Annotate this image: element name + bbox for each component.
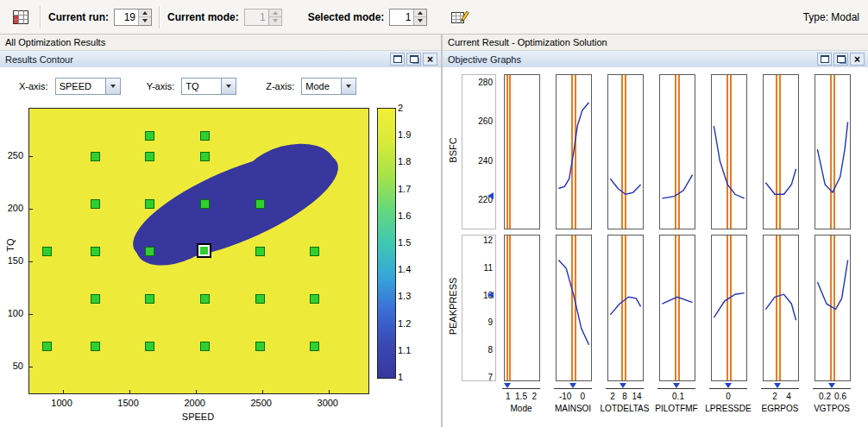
slider-marker[interactable]: [673, 383, 680, 388]
free-variable-slider[interactable]: [761, 388, 799, 389]
accept-solution-icon[interactable]: [448, 5, 472, 29]
objective-curve: [764, 235, 798, 380]
run-marker[interactable]: [310, 342, 319, 351]
window-glyph: [393, 55, 402, 63]
variable-name-label: LPRESSDE: [702, 404, 754, 413]
x-tick-mark: [329, 390, 330, 393]
objective-curve: [815, 75, 850, 229]
free-variable-slider[interactable]: [554, 388, 592, 389]
run-marker[interactable]: [255, 342, 265, 351]
x-tick-label: 0.1: [672, 392, 684, 401]
y-axis-title: TQ: [5, 235, 16, 254]
undock-icon[interactable]: [406, 53, 421, 66]
run-marker[interactable]: [91, 247, 100, 256]
free-variable-slider[interactable]: [606, 388, 644, 389]
x-tick-label: 1500: [117, 398, 138, 408]
free-variable-slider[interactable]: [709, 388, 747, 389]
run-marker[interactable]: [200, 294, 210, 304]
objective-curve: [764, 75, 798, 229]
selected-mode-value[interactable]: 1: [390, 9, 413, 25]
selected-mode-spinner[interactable]: 1: [389, 9, 427, 26]
run-marker[interactable]: [42, 247, 52, 256]
colorbar-tick-label: 1.1: [398, 345, 411, 355]
spin-down-button[interactable]: [414, 17, 426, 25]
x-tick-label: 2: [531, 392, 537, 401]
current-value-line: [506, 235, 508, 380]
run-marker[interactable]: [145, 152, 154, 161]
slider-marker[interactable]: [774, 383, 781, 388]
current-value-line: [509, 235, 511, 380]
current-run-spinner[interactable]: 19: [114, 9, 152, 26]
spin-up-button[interactable]: [414, 9, 426, 18]
run-marker[interactable]: [310, 294, 319, 304]
run-marker[interactable]: [145, 294, 154, 304]
x-tick-label: 2500: [250, 398, 271, 408]
slider-marker[interactable]: [569, 383, 576, 388]
results-view-icon[interactable]: [9, 5, 33, 29]
objective-subplot: [504, 235, 540, 381]
spin-up-button[interactable]: [139, 9, 151, 18]
spin-down-button[interactable]: [139, 17, 151, 25]
run-marker[interactable]: [200, 342, 210, 351]
run-marker[interactable]: [255, 247, 265, 256]
objective-curve: [608, 75, 643, 229]
selected-run-marker[interactable]: [198, 245, 210, 256]
run-marker[interactable]: [145, 131, 154, 141]
run-marker[interactable]: [91, 342, 100, 351]
spin-down-button: [269, 17, 281, 25]
panel-title: Current Result - Optimization Solution: [443, 35, 868, 51]
free-variable-slider[interactable]: [502, 388, 540, 389]
objective-subplot: [763, 74, 799, 229]
x-tick-label: -10: [559, 392, 571, 401]
run-marker[interactable]: [255, 199, 265, 209]
run-marker[interactable]: [200, 199, 210, 209]
undock-icon[interactable]: [833, 53, 848, 66]
all-optimization-results-panel: All Optimization Results Results Contour…: [0, 35, 443, 427]
variable-name-label: VGTPOS: [806, 404, 858, 413]
objective-subplot: [815, 74, 851, 229]
run-marker[interactable]: [200, 131, 210, 141]
run-marker[interactable]: [91, 294, 100, 304]
x-tick-label: 0.6: [834, 392, 846, 401]
colorbar-tick-label: 1.8: [398, 156, 411, 166]
slider-marker[interactable]: [828, 383, 835, 388]
run-marker[interactable]: [91, 152, 100, 161]
toolbar: Current run: 19 Current mode: 1 Selected…: [0, 0, 868, 35]
objective-subplot: [607, 235, 644, 381]
y-tick-label: 12: [483, 235, 493, 245]
x-axis-title: SPEED: [28, 411, 368, 422]
objective-curve: [660, 75, 695, 229]
objective-subplot: [607, 74, 644, 229]
close-icon[interactable]: ×: [423, 53, 437, 66]
dock-icon[interactable]: [390, 53, 405, 66]
x-tick-label: 1.5: [515, 392, 527, 401]
free-variable-slider[interactable]: [813, 388, 851, 389]
run-marker[interactable]: [145, 199, 154, 209]
run-marker[interactable]: [145, 247, 154, 256]
run-marker[interactable]: [310, 247, 319, 256]
y-tick-label: 100: [0, 308, 23, 318]
window-glyph: [837, 55, 846, 63]
type-label: Type: Modal: [803, 11, 859, 23]
dock-icon[interactable]: [817, 53, 832, 66]
y-tick-label: 7: [487, 373, 493, 382]
close-icon[interactable]: ×: [850, 53, 865, 66]
objective-graphs-content: BSFC220240260280PEAKPRESS78910111211.52M…: [443, 67, 868, 427]
run-marker[interactable]: [42, 342, 52, 351]
run-marker[interactable]: [145, 342, 154, 351]
y-tick-mark: [29, 367, 33, 367]
objective-graphs-region: BSFC220240260280PEAKPRESS78910111211.52M…: [443, 67, 868, 427]
spin-up-button: [269, 9, 281, 18]
contour-plot[interactable]: [28, 108, 369, 394]
objective-curve: [608, 235, 643, 380]
run-marker[interactable]: [91, 199, 100, 209]
free-variable-slider[interactable]: [657, 388, 695, 389]
run-marker[interactable]: [255, 294, 265, 304]
objective-subplot: [556, 74, 592, 229]
current-run-value[interactable]: 19: [115, 9, 138, 25]
slider-marker[interactable]: [620, 383, 626, 388]
slider-marker[interactable]: [504, 383, 511, 388]
objective-curve: [815, 235, 850, 380]
run-marker[interactable]: [200, 152, 210, 161]
slider-marker[interactable]: [725, 383, 732, 388]
